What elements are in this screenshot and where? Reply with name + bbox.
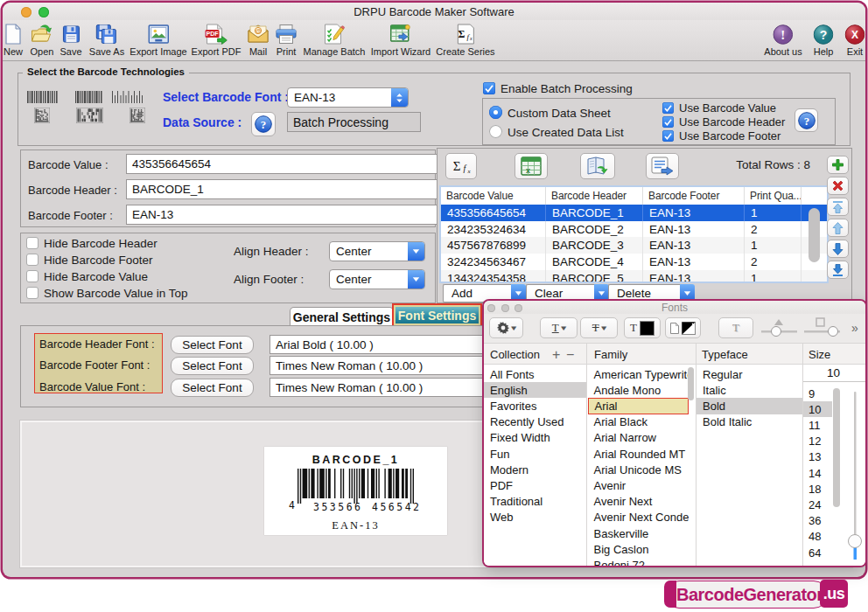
size-item[interactable]: 13 (802, 449, 832, 465)
barcode-value-input[interactable]: 435356645654 (126, 154, 442, 174)
align-footer-dropdown[interactable]: Center (329, 269, 425, 289)
shadow-radius-slider[interactable] (804, 317, 840, 338)
collection-item[interactable]: Modern (484, 462, 586, 477)
document-color-button[interactable] (665, 317, 701, 338)
table-column-header[interactable]: Print Qua... (745, 187, 802, 205)
size-item[interactable]: 18 (802, 481, 832, 497)
batch-data-table[interactable]: Barcode Value Barcode Header Barcode Foo… (439, 185, 829, 283)
table-row[interactable]: 435356645654 BARCODE_1 EAN-13 1 (441, 205, 827, 221)
add-row-button[interactable] (827, 156, 849, 174)
typeface-item[interactable]: Regular (696, 366, 802, 382)
select-font-button[interactable]: Select Font (171, 357, 254, 375)
hide-barcode-value-checkbox[interactable] (26, 270, 38, 282)
family-item[interactable]: Arial (588, 398, 689, 414)
size-item[interactable]: 11 (802, 417, 832, 433)
table-vertical-scrollbar[interactable] (808, 208, 820, 262)
family-item[interactable]: Baskerville (588, 525, 689, 541)
collection-item[interactable]: PDF (484, 477, 586, 493)
toolbar-item-import-wizard[interactable]: Import Wizard (371, 23, 430, 59)
tab-general-settings[interactable]: General Settings (290, 307, 394, 327)
size-item[interactable]: 24 (802, 497, 832, 512)
add-collection-button[interactable]: + (552, 344, 560, 365)
collection-item[interactable]: Recently Used (484, 414, 586, 430)
family-item[interactable]: American Typewrite (588, 366, 689, 382)
table-row[interactable]: 457567876899 BARCODE_3 EAN-13 1 (441, 237, 827, 254)
toolbar-item-manage-batch[interactable]: Manage Batch (304, 23, 366, 59)
toolbar-item-exit[interactable]: X Exit (845, 23, 865, 59)
family-item[interactable]: Bodoni 72 (588, 557, 689, 566)
clear-button[interactable]: Clear (526, 284, 609, 303)
collection-item[interactable]: Fixed Width (484, 430, 586, 446)
size-scrollbar[interactable] (833, 388, 840, 507)
family-item[interactable]: Arial Black (588, 414, 689, 430)
size-item[interactable]: 14 (802, 465, 832, 481)
size-slider[interactable] (848, 392, 862, 560)
family-item[interactable]: Arial Unicode MS (588, 462, 689, 477)
use-barcode-header-checkbox[interactable] (662, 116, 674, 128)
table-column-header[interactable]: Barcode Footer (643, 187, 745, 205)
select-font-button[interactable]: Select Font (171, 379, 254, 397)
toolbar-item-help[interactable]: ? Help (814, 23, 834, 59)
create-series-data-button[interactable]: Σfx (445, 153, 477, 179)
size-item[interactable]: 36 (802, 513, 832, 529)
family-item[interactable]: Avenir Next Conden (588, 510, 689, 525)
table-column-header[interactable]: Barcode Value (441, 187, 546, 205)
typeface-item[interactable]: Italic (696, 382, 802, 398)
export-list-button[interactable] (646, 153, 679, 179)
typeface-item[interactable]: Bold Italic (696, 414, 802, 430)
barcode-footer-input[interactable]: EAN-13 (126, 205, 442, 225)
add-button-dropdown-arrow-icon[interactable] (511, 284, 526, 303)
collection-item[interactable]: English (484, 382, 586, 398)
toolbar-item-open[interactable]: Open (31, 23, 54, 59)
toolbar-item-save[interactable]: Save (60, 23, 81, 59)
toolbar-item-mail[interactable]: @ Mail (247, 23, 270, 59)
toolbar-item-save-as[interactable]: Save As (89, 23, 124, 59)
size-input[interactable]: 10 (802, 365, 865, 382)
toolbar-item-export-pdf[interactable]: PDF Export PDF (192, 23, 242, 59)
size-item[interactable]: 10 (802, 401, 832, 417)
collection-item[interactable]: Favorites (484, 398, 586, 414)
delete-button-dropdown-arrow-icon[interactable] (680, 284, 695, 303)
collection-item[interactable]: Traditional (484, 494, 586, 510)
toolbar-item-about-us[interactable]: ! About us (764, 23, 802, 59)
family-scrollbar[interactable] (688, 367, 694, 400)
batch-help-button[interactable]: ? (794, 108, 818, 132)
table-row[interactable]: 324234563467 BARCODE_4 EAN-13 2 (441, 254, 827, 270)
family-item[interactable]: Andale Mono (588, 382, 689, 398)
move-row-down-button[interactable] (827, 240, 849, 258)
collection-item[interactable]: Fun (484, 446, 586, 462)
align-header-dropdown[interactable]: Center (329, 241, 425, 261)
barcodegenerator-logo[interactable]: BarcodeGenerator .us (665, 581, 828, 609)
toolbar-item-print[interactable]: Print (275, 23, 298, 59)
underline-style-button[interactable]: T ▾ (540, 317, 578, 338)
align-footer-dropdown-arrow-icon[interactable] (408, 270, 424, 289)
family-item[interactable]: Avenir Next (588, 494, 689, 510)
table-column-header[interactable]: Barcode Header (546, 187, 643, 205)
size-item[interactable]: 12 (802, 434, 832, 449)
data-source-help-button[interactable]: ? (251, 112, 276, 136)
move-row-up-button[interactable] (827, 219, 849, 237)
table-row[interactable]: 234235324634 BARCODE_2 EAN-13 2 (441, 221, 827, 238)
select-font-button[interactable]: Select Font (171, 336, 254, 354)
move-row-bottom-button[interactable] (827, 261, 849, 279)
size-item[interactable]: 9 (802, 386, 832, 401)
delete-button[interactable]: Delete (608, 284, 695, 303)
use-created-data-list-radio[interactable] (489, 125, 502, 138)
shadow-opacity-slider[interactable] (761, 317, 797, 338)
use-barcode-value-checkbox[interactable] (662, 102, 674, 114)
tab-font-settings[interactable]: Font Settings (392, 303, 482, 327)
text-color-button[interactable]: T (624, 317, 661, 338)
barcode-font-dropdown-arrows-icon[interactable] (391, 88, 408, 107)
table-row[interactable]: 134324354358 BARCODE_5 EAN-13 1 (441, 270, 827, 283)
size-item[interactable]: 64 (802, 545, 832, 560)
typeface-item[interactable]: Bold (696, 398, 802, 414)
family-item[interactable]: Big Caslon (588, 541, 689, 557)
family-item[interactable]: Arial Rounded MT B (588, 446, 689, 462)
hide-barcode-header-checkbox[interactable] (26, 237, 38, 249)
strikethrough-style-button[interactable]: T ▾ (580, 317, 618, 338)
add-button[interactable]: Add (443, 284, 526, 303)
shadow-style-button[interactable]: T (718, 317, 753, 338)
barcode-header-input[interactable]: BARCODE_1 (126, 179, 442, 199)
size-item[interactable]: 48 (802, 529, 832, 545)
use-barcode-footer-checkbox[interactable] (662, 130, 674, 142)
